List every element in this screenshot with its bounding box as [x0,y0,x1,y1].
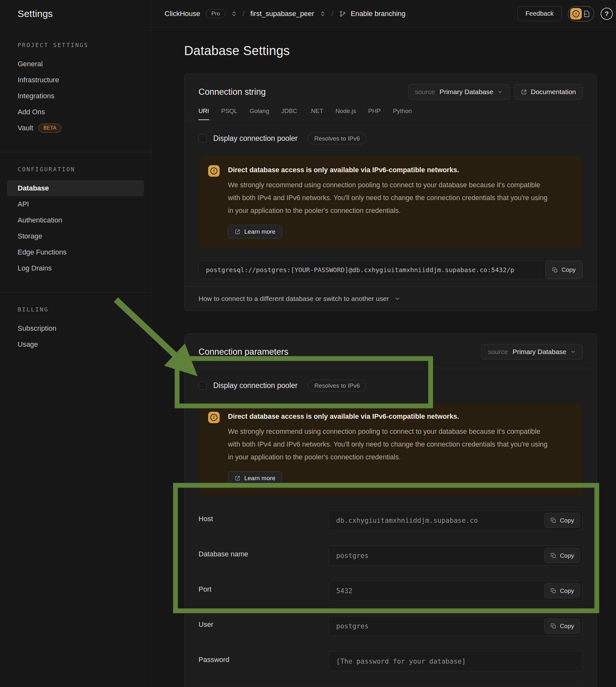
copy-port-button[interactable]: Copy [544,583,580,598]
chevron-down-icon [570,349,576,355]
ipv6-warning-callout: ! Direct database access is only availab… [198,156,583,248]
notifications-button[interactable]: ! [568,6,594,21]
breadcrumb-separator: / [331,9,333,18]
connection-uri-field[interactable]: postgresql://postgres:[YOUR-PASSWORD]@db… [198,261,583,279]
user-field[interactable]: postgres Copy [328,616,583,636]
sidebar-item-integrations[interactable]: Integrations [7,88,144,104]
git-branch-icon [339,10,346,17]
connection-string-title: Connection string [198,87,266,97]
pooler-checkbox-label: Display connection pooler [213,381,298,390]
source-select[interactable]: source Primary Database [408,84,510,99]
pooler-toggle-row: Display connection pooler Resolves to IP… [198,378,583,393]
source-value: Primary Database [512,348,566,356]
copy-database-name-button[interactable]: Copy [544,548,580,563]
plan-badge: Pro [206,9,225,18]
warning-body: We strongly recommend using connection p… [228,425,551,464]
host-label: Host [198,510,328,523]
sidebar-item-vault[interactable]: Vault BETA [7,120,144,136]
connection-string-footer: How to connect to a different database o… [184,286,597,311]
tab-golang[interactable]: Golang [249,107,269,115]
sidebar-item-add-ons[interactable]: Add Ons [7,104,144,120]
warning-icon: ! [208,412,220,423]
tab-nodejs[interactable]: Node.js [335,107,356,115]
external-link-icon [521,89,527,95]
feedback-button[interactable]: Feedback [518,6,562,21]
help-icon[interactable]: ? [601,8,613,20]
external-link-icon [235,475,240,481]
copy-icon [550,588,556,594]
sidebar-item-usage[interactable]: Usage [7,336,144,352]
learn-more-button[interactable]: Learn more [228,225,282,239]
password-value: [The password for your database] [336,658,466,665]
warning-title: Direct database access is only available… [228,412,551,421]
chevrons-up-down-icon[interactable] [320,11,326,17]
pooler-checkbox-label: Display connection pooler [213,134,298,143]
sidebar-item-edge-functions[interactable]: Edge Functions [7,244,144,260]
copy-user-button[interactable]: Copy [544,619,580,634]
topbar-settings-section: Settings [0,0,151,27]
copy-icon [550,553,556,559]
tab-php[interactable]: PHP [368,107,381,115]
chevrons-up-down-icon[interactable] [231,11,237,17]
database-name-value: postgres [336,552,369,560]
tab-python[interactable]: Python [393,107,412,115]
enable-branching-button[interactable]: Enable branching [339,9,405,18]
connection-string-header: Connection string source Primary Databas… [184,74,597,120]
port-label: Port [198,581,328,594]
copy-icon [552,267,558,273]
breadcrumb-org[interactable]: ClickHouse [164,9,200,18]
section-label-project-settings: PROJECT SETTINGS [7,42,144,48]
source-value: Primary Database [440,88,493,96]
beta-badge: BETA [39,124,62,133]
resolves-to-ipv6-badge: Resolves to IPv6 [308,133,366,145]
tab-jdbc[interactable]: JDBC [281,107,298,115]
connect-help-expander[interactable]: How to connect to a different database o… [198,295,400,303]
copy-uri-button[interactable]: Copy [545,261,582,279]
tab-psql[interactable]: PSQL [221,107,238,115]
resolves-to-ipv6-badge: Resolves to IPv6 [308,380,366,392]
display-connection-pooler-checkbox[interactable] [198,134,207,142]
database-name-label: Database name [198,546,328,558]
sidebar-item-general[interactable]: General [7,56,144,72]
settings-sidebar: PROJECT SETTINGS General Infrastructure … [0,27,151,687]
host-row: Host db.cxhygiuitamxhniiddjm.supabase.co… [198,510,583,530]
sidebar-item-authentication[interactable]: Authentication [7,212,144,228]
sidebar-item-api[interactable]: API [7,196,144,212]
user-row: User postgres Copy [198,616,583,636]
documentation-label: Documentation [531,88,576,96]
top-bar: Settings ClickHouse Pro / first_supabase… [0,0,616,27]
source-label: source [488,348,508,356]
connection-uri-value: postgresql://postgres:[YOUR-PASSWORD]@db… [206,266,514,274]
port-field[interactable]: 5432 Copy [328,581,583,601]
database-name-field[interactable]: postgres Copy [328,546,583,566]
tab-dotnet[interactable]: .NET [309,107,323,115]
connection-parameters-title: Connection parameters [198,347,288,357]
source-select[interactable]: source Primary Database [481,344,583,359]
section-label-billing: BILLING [7,306,144,313]
topbar-actions: Feedback ! ? [518,6,608,21]
sidebar-item-log-drains[interactable]: Log Drains [7,260,144,276]
password-field[interactable]: [The password for your database] [328,651,583,671]
port-row: Port 5432 Copy [198,581,583,601]
host-field[interactable]: db.cxhygiuitamxhniiddjm.supabase.co Copy [328,510,583,530]
sidebar-section-configuration: CONFIGURATION Database API Authenticatio… [0,152,151,276]
copy-host-button[interactable]: Copy [544,513,580,528]
sidebar-item-subscription[interactable]: Subscription [7,320,144,336]
sidebar-item-database[interactable]: Database [7,180,144,196]
tab-uri[interactable]: URI [198,107,209,120]
port-value: 5432 [336,587,352,595]
sidebar-item-storage[interactable]: Storage [7,228,144,244]
main-content: Database Settings Connection string sour… [151,27,616,687]
display-connection-pooler-checkbox[interactable] [198,381,207,390]
sidebar-section-billing: BILLING Subscription Usage [0,292,151,352]
sidebar-item-infrastructure[interactable]: Infrastructure [7,72,144,88]
learn-more-button[interactable]: Learn more [228,471,282,485]
copy-icon [550,623,556,629]
pooler-toggle-row: Display connection pooler Resolves to IP… [198,131,583,145]
documentation-button[interactable]: Documentation [514,84,583,99]
release-notes-icon [582,9,591,18]
database-name-row: Database name postgres Copy [198,546,583,566]
warning-title: Direct database access is only available… [228,165,551,175]
page-title: Settings [18,8,53,19]
breadcrumb-project[interactable]: first_supabase_peer [250,9,314,18]
